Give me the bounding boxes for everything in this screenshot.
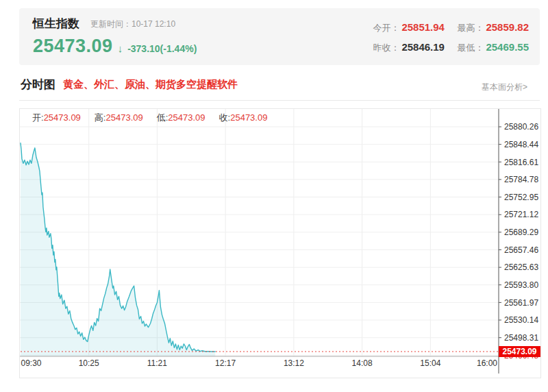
ohlc-close-label: 收: xyxy=(219,112,231,123)
price-change: -373.10(-1.44%) xyxy=(127,43,197,54)
ohlc-high-value: 25473.09 xyxy=(105,112,142,123)
svg-text:11:21: 11:21 xyxy=(147,358,167,368)
update-time-label: 更新时间： xyxy=(90,19,132,29)
promo-link[interactable]: 黄金、外汇、原油、期货多空提醒软件 xyxy=(63,78,238,91)
svg-text:15:04: 15:04 xyxy=(420,358,440,368)
update-time: 更新时间：10-17 12:10 xyxy=(90,19,175,30)
daily-stats: 今开：25851.94 最高：25859.82 昨收：25846.19 最低：2… xyxy=(363,17,529,57)
stats-row-bottom: 昨收：25846.19 最低：25469.55 xyxy=(363,37,529,57)
svg-text:13:12: 13:12 xyxy=(284,358,304,368)
section-title: 分时图 xyxy=(21,77,55,93)
stat-high-value: 25859.82 xyxy=(486,21,529,33)
section-divider xyxy=(19,100,540,101)
svg-text:25498.31: 25498.31 xyxy=(504,333,538,343)
ohlc-close: 收:25473.09 xyxy=(219,112,268,124)
index-name: 恒生指数 xyxy=(33,16,79,32)
current-price: 25473.09 xyxy=(33,36,113,57)
ohlc-close-value: 25473.09 xyxy=(230,112,267,123)
ohlc-open: 开:25473.09 xyxy=(32,112,81,124)
stat-low-value: 25469.55 xyxy=(486,41,529,53)
stat-prev-close-value: 25846.19 xyxy=(401,41,445,53)
svg-text:25657.46: 25657.46 xyxy=(504,245,538,255)
stat-high: 最高：25859.82 xyxy=(457,21,529,33)
ohlc-high: 高:25473.09 xyxy=(95,112,143,124)
ohlc-low-value: 25473.09 xyxy=(168,112,205,123)
ohlc-low-label: 低: xyxy=(157,112,169,123)
svg-text:25816.61: 25816.61 xyxy=(504,158,538,167)
intraday-chart[interactable]: 开:25473.09 高:25473.09 低:25473.09 收:25473… xyxy=(19,108,541,378)
svg-text:25784.78: 25784.78 xyxy=(504,175,538,184)
stat-high-label: 最高： xyxy=(457,23,484,33)
stat-open: 今开：25851.94 xyxy=(373,21,445,33)
stat-prev-close: 昨收：25846.19 xyxy=(373,41,445,53)
svg-text:10:25: 10:25 xyxy=(79,358,99,368)
fundamental-analysis-link[interactable]: 基本面分析> xyxy=(482,82,527,93)
svg-text:16:00: 16:00 xyxy=(477,358,497,368)
stats-row-top: 今开：25851.94 最高：25859.82 xyxy=(363,17,529,37)
ohlc-high-label: 高: xyxy=(95,112,106,123)
svg-text:25473.09: 25473.09 xyxy=(502,347,536,356)
ohlc-low: 低:25473.09 xyxy=(157,112,206,124)
svg-text:09:30: 09:30 xyxy=(21,358,42,368)
svg-text:25752.95: 25752.95 xyxy=(504,193,538,202)
svg-text:25625.63: 25625.63 xyxy=(504,262,538,272)
svg-text:25721.12: 25721.12 xyxy=(504,210,538,219)
down-arrow-icon: ↓ xyxy=(118,42,123,54)
update-time-value: 10-17 12:10 xyxy=(132,19,175,29)
stat-prev-close-label: 昨收： xyxy=(373,42,399,53)
ohlc-open-value: 25473.09 xyxy=(44,112,81,123)
ohlc-row: 开:25473.09 高:25473.09 低:25473.09 收:25473… xyxy=(32,112,267,124)
svg-text:25593.80: 25593.80 xyxy=(504,280,538,290)
svg-text:25561.97: 25561.97 xyxy=(504,298,538,308)
svg-text:14:08: 14:08 xyxy=(352,358,373,368)
svg-text:25880.26: 25880.26 xyxy=(504,122,538,132)
stat-low: 最低：25469.55 xyxy=(457,41,529,53)
stat-open-value: 25851.94 xyxy=(401,21,445,33)
svg-text:12:17: 12:17 xyxy=(215,358,236,368)
svg-text:25530.14: 25530.14 xyxy=(504,315,538,325)
stat-open-label: 今开： xyxy=(373,23,399,33)
index-summary-card: 恒生指数 更新时间：10-17 12:10 25473.09 ↓ -373.10… xyxy=(19,8,540,65)
chart-plot-area[interactable]: 25880.2625848.4425816.6125784.7825752.95… xyxy=(20,109,540,378)
stat-low-label: 最低： xyxy=(457,42,484,53)
svg-text:25848.44: 25848.44 xyxy=(504,140,538,149)
ohlc-open-label: 开: xyxy=(32,112,44,123)
svg-text:25689.29: 25689.29 xyxy=(504,228,538,237)
price-row: 25473.09 ↓ -373.10(-1.44%) xyxy=(33,36,197,57)
